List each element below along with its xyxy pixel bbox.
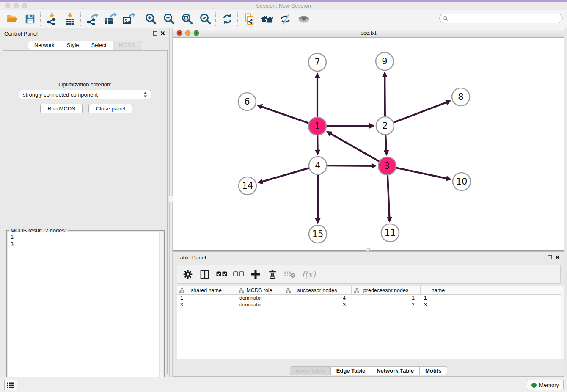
column-header-MCDS-role[interactable]: MCDS role: [236, 286, 283, 294]
graph-node-2[interactable]: 2: [376, 117, 394, 135]
cell-shared-name[interactable]: 1: [177, 295, 236, 301]
delete-column-button[interactable]: [267, 268, 278, 281]
copy-network-button[interactable]: [240, 11, 258, 27]
refresh-view-button[interactable]: [218, 11, 236, 27]
app-title: Session: New Session: [0, 2, 567, 10]
gear-icon: [183, 269, 193, 279]
zoom-selected-button[interactable]: [196, 11, 214, 27]
zoom-in-icon: [144, 13, 157, 25]
tab-node-table[interactable]: Node Table: [290, 366, 331, 375]
float-table-panel-icon[interactable]: [548, 255, 552, 259]
cell-MCDS-role[interactable]: dominator: [236, 301, 283, 308]
cell-MCDS-role[interactable]: dominator: [236, 295, 283, 301]
float-panel-icon[interactable]: [153, 31, 157, 36]
graph-edge-2-3[interactable]: [385, 135, 386, 154]
graph-node-7[interactable]: 7: [308, 53, 326, 71]
graph-node-6[interactable]: 6: [238, 93, 256, 110]
column-header-predecessor-nodes[interactable]: predecessor nodes: [352, 286, 421, 294]
tab-edge-table[interactable]: Edge Table: [331, 366, 371, 375]
toggle-column-view-button[interactable]: [199, 268, 210, 281]
column-header-successor-nodes[interactable]: successor nodes: [283, 286, 352, 294]
graph-node-10[interactable]: 10: [453, 173, 471, 190]
memory-button[interactable]: Memory: [527, 380, 564, 390]
tab-motifs[interactable]: Motifs: [420, 366, 447, 375]
graph-edge-3-10[interactable]: [396, 168, 450, 179]
graph-edge-2-8[interactable]: [394, 101, 450, 122]
close-panel-icon[interactable]: [160, 31, 165, 36]
cell-successor-nodes[interactable]: 4: [283, 295, 352, 301]
zoom-in-button[interactable]: [141, 11, 160, 27]
mcds-result-text[interactable]: 1 3: [8, 232, 159, 390]
graph-edge-4-3[interactable]: [327, 166, 375, 166]
cell-name[interactable]: 1: [421, 295, 456, 301]
panel-splitter[interactable]: [169, 28, 173, 377]
graph-edge-3-1[interactable]: [328, 132, 379, 161]
zoom-out-button[interactable]: [160, 11, 178, 27]
network-window-titlebar[interactable]: scc.txt: [173, 28, 564, 38]
save-session-button[interactable]: [21, 11, 39, 27]
refresh-icon: [221, 13, 233, 25]
tab-network-table[interactable]: Network Table: [371, 366, 420, 375]
tab-style[interactable]: Style: [61, 41, 85, 50]
graph-node-9[interactable]: 9: [376, 52, 394, 70]
import-network-icon: [46, 13, 58, 25]
show-graphics-details-button[interactable]: [295, 11, 313, 27]
graph-edge-1-2[interactable]: [327, 126, 373, 126]
import-table-button[interactable]: [61, 11, 79, 27]
graph-node-1[interactable]: 1: [308, 117, 326, 135]
export-table-button[interactable]: [101, 11, 119, 27]
graph-edge-4-14[interactable]: [259, 168, 309, 182]
eye-icon: [297, 13, 311, 25]
table-row[interactable]: 1dominator411: [177, 295, 564, 301]
network-graph[interactable]: 7968124314101511: [173, 38, 564, 250]
window-resize-handle[interactable]: [366, 248, 370, 251]
import-network-button[interactable]: [43, 11, 61, 27]
column-header-shared-name[interactable]: shared name: [177, 286, 236, 294]
hide-graphics-details-button[interactable]: [276, 11, 295, 27]
run-mcds-button[interactable]: Run MCDS: [40, 104, 83, 113]
search-field[interactable]: [439, 14, 563, 23]
function-builder-button[interactable]: f(x): [302, 268, 316, 281]
graph-edge-1-6[interactable]: [258, 105, 308, 123]
close-table-panel-icon[interactable]: [555, 255, 560, 259]
open-session-button[interactable]: [3, 11, 21, 27]
graph-node-4[interactable]: 4: [309, 157, 327, 174]
tab-mcds[interactable]: MCDS: [113, 41, 141, 50]
select-all-button[interactable]: [216, 268, 227, 281]
tab-network[interactable]: Network: [28, 41, 61, 50]
export-image-button[interactable]: [119, 11, 138, 27]
add-column-button[interactable]: [250, 268, 261, 281]
column-header-name[interactable]: name: [421, 286, 456, 294]
cell-shared-name[interactable]: 3: [177, 301, 236, 308]
memory-status-icon: [531, 383, 537, 388]
network-window-controls[interactable]: [176, 30, 202, 36]
table-scrollbar[interactable]: [561, 286, 564, 359]
table-settings-button[interactable]: [182, 268, 193, 281]
search-input[interactable]: [450, 16, 562, 22]
cell-name[interactable]: 3: [421, 301, 456, 308]
graph-node-14[interactable]: 14: [239, 177, 256, 195]
graph-node-11[interactable]: 11: [381, 224, 399, 242]
export-network-button[interactable]: [83, 11, 101, 27]
zoom-fit-button[interactable]: [178, 11, 196, 27]
cell-predecessor-nodes[interactable]: 1: [352, 295, 421, 301]
app-titlebar[interactable]: Session: New Session: [0, 2, 567, 10]
graph-edge-2-9[interactable]: [385, 73, 385, 116]
unselect-all-button[interactable]: [233, 268, 244, 281]
cell-successor-nodes[interactable]: 3: [283, 301, 352, 308]
graph-node-3[interactable]: 3: [378, 157, 396, 175]
close-panel-button[interactable]: Close panel: [88, 104, 132, 113]
optimization-criterion-label: Optimization criterion:: [3, 81, 167, 88]
table-row[interactable]: 3dominator323: [177, 301, 564, 308]
delete-table-button[interactable]: [284, 268, 296, 281]
graph-node-15[interactable]: 15: [309, 225, 327, 243]
tab-select[interactable]: Select: [85, 41, 113, 50]
graph-node-8[interactable]: 8: [452, 88, 470, 106]
optimization-criterion-select[interactable]: strongly connected component: [19, 90, 151, 99]
result-scrollbar[interactable]: [159, 232, 163, 390]
graph-edge-3-11[interactable]: [388, 175, 390, 221]
network-canvas[interactable]: 7968124314101511: [173, 38, 564, 250]
first-neighbors-button[interactable]: [258, 11, 276, 27]
cell-predecessor-nodes[interactable]: 2: [352, 301, 421, 308]
task-history-button[interactable]: [4, 380, 17, 390]
